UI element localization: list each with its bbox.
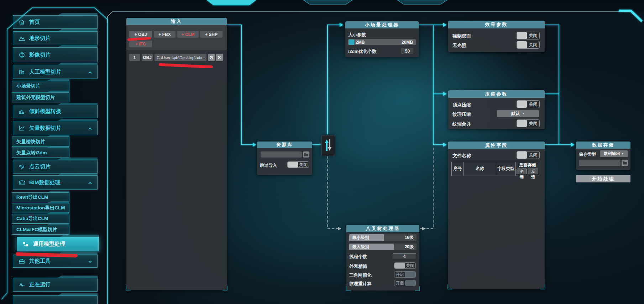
panel-title: 小场景处理器 xyxy=(345,21,419,28)
sidebar-item-label: CLM&IFC模型切片 xyxy=(16,226,57,233)
sidebar-item-label: Catia导出CLM xyxy=(16,215,48,222)
sidebar-item-building-shell-slice[interactable]: 建筑外壳模型切片 xyxy=(12,92,69,102)
invert-select-button[interactable]: 反选 xyxy=(528,169,538,174)
no-lighting-toggle[interactable]: 关闭 xyxy=(517,41,540,49)
min-level-label: 最小级别 xyxy=(352,235,369,241)
texture-compress-label: 纹理压缩 xyxy=(452,111,471,118)
add-clm-button[interactable]: + CLM xyxy=(177,31,199,38)
skip-import-toggle[interactable]: 关闭 xyxy=(287,161,309,168)
sidebar-item-label: 首页 xyxy=(29,19,40,26)
sidebar-item-home[interactable]: 首页 xyxy=(13,15,98,29)
mesh-simplify-toggle[interactable]: 开启 xyxy=(394,271,416,278)
chevron-down-icon[interactable] xyxy=(88,258,92,264)
toggle-knob xyxy=(517,41,527,48)
sidebar-item-label: 人工模型切片 xyxy=(29,69,61,75)
panel-title: 压缩参数 xyxy=(448,90,545,98)
sidebar-item-label: 其他工具 xyxy=(29,258,51,265)
add-fbx-button[interactable]: + FBX xyxy=(154,31,176,38)
item-tab-notch xyxy=(60,235,99,237)
sidebar-item-label: 倾斜模型转换 xyxy=(29,108,61,115)
sidebar-item-terrain-slice[interactable]: 地形切片 xyxy=(13,31,98,45)
range-thumb[interactable] xyxy=(349,39,354,45)
max-level-slider[interactable]: 最大级别 20级 xyxy=(349,244,417,250)
storage-type-label: 储存类型 xyxy=(579,151,596,158)
add-shp-button[interactable]: + SHP xyxy=(200,31,222,38)
size-param-label: 大小参数 xyxy=(348,32,366,38)
sidebar-item-running[interactable]: 正在运行 xyxy=(13,278,98,292)
sidebar-item-microstation-export-clm[interactable]: Microstation导出CLM xyxy=(12,203,69,213)
sidebar-item-label: 矢量点转i3dm xyxy=(16,150,47,156)
texture-merge-toggle[interactable]: 关闭 xyxy=(517,119,540,127)
attribute-table-header: 序号 名称 字段类型 是否存储 全选 反选 xyxy=(451,162,539,176)
force-double-side-toggle[interactable]: 关闭 xyxy=(517,32,540,39)
i3dm-optimize-label: i3dm优化个数 xyxy=(348,49,376,55)
sidebar-item-vector-point-i3dm[interactable]: 矢量点转i3dm xyxy=(12,148,69,158)
chevron-up-icon[interactable] xyxy=(88,125,92,131)
sidebar-item-manual-model-slice[interactable]: 人工模型切片 xyxy=(13,65,98,79)
toggle-state-label: 关闭 xyxy=(405,263,415,268)
sidebar-item-oblique-model-convert[interactable]: 倾斜模型转换 xyxy=(13,105,98,118)
folder-icon[interactable] xyxy=(622,160,628,166)
sort-exchange-node[interactable] xyxy=(321,135,335,156)
sidebar-item-general-model-processing[interactable]: 通用模型处理 xyxy=(17,237,99,251)
item-tab-notch xyxy=(57,63,98,65)
file-settings-gear-icon[interactable]: ⚙ xyxy=(208,54,215,61)
sidebar-item-catia-export-clm[interactable]: Catia导出CLM xyxy=(12,214,69,224)
compression-params-panel: 压缩参数 顶点压缩 关闭 纹理压缩 默认 ▼ 纹理合并 关闭 xyxy=(448,90,545,129)
file-row-index: 1 xyxy=(129,54,140,61)
add-ifc-button[interactable]: + IFC xyxy=(129,41,152,47)
texture-merge-label: 纹理合并 xyxy=(452,121,471,127)
slider-fill: 最小级别 xyxy=(349,234,384,241)
sidebar-item-bim-processing[interactable]: BIM数据处理 xyxy=(13,175,98,190)
file-remove-close-icon[interactable]: × xyxy=(216,54,223,61)
sidebar-item-label: 点云切片 xyxy=(29,163,51,170)
sidebar-item-clm-ifc-model-slice[interactable]: CLM&IFC模型切片 xyxy=(12,225,69,235)
file-row-path[interactable]: C:\Users\ph\Desktop\hdx... xyxy=(155,54,206,61)
toggle-knob xyxy=(405,280,415,286)
storage-path-input[interactable] xyxy=(579,160,621,166)
folder-icon[interactable] xyxy=(303,151,309,158)
thread-count-label: 线程个数 xyxy=(349,254,367,260)
chevron-up-icon[interactable] xyxy=(88,180,92,186)
thread-count-value[interactable]: 4 xyxy=(393,253,416,259)
resource-path-input[interactable] xyxy=(261,151,302,158)
sidebar-item-small-scene-slice[interactable]: 小场景切片 xyxy=(12,81,69,91)
sidebar-item-imagery-slice[interactable]: 影像切片 xyxy=(13,47,98,62)
item-tab-notch xyxy=(57,45,98,48)
toggle-state-label: 开启 xyxy=(394,280,405,286)
sidebar-item-label: Revit导出CLM xyxy=(16,194,48,201)
sidebar-item-partial[interactable] xyxy=(13,295,98,304)
item-tab-notch xyxy=(57,119,98,121)
chevron-up-icon[interactable] xyxy=(88,69,92,75)
file-row-type: OBJ xyxy=(142,54,153,61)
sidebar-item-revit-export-clm[interactable]: Revit导出CLM xyxy=(12,192,69,202)
data-storage-panel: 数据存储 储存类型 散列输出 ▼ xyxy=(576,142,630,170)
texture-recalc-label: 纹理重计算 xyxy=(349,281,372,287)
storage-type-dropdown[interactable]: 散列输出 ▼ xyxy=(600,150,628,157)
bim-bridge-icon xyxy=(18,180,25,185)
toggle-knob xyxy=(288,162,298,167)
toggle-state-label: 开启 xyxy=(394,272,405,277)
tilt-model-icon xyxy=(18,109,25,114)
toggle-state-label: 关闭 xyxy=(298,162,309,167)
toggle-state-label: 关闭 xyxy=(527,151,539,159)
shell-simplify-toggle[interactable]: 关闭 xyxy=(394,262,416,269)
sidebar-item-label: 地形切片 xyxy=(29,35,51,42)
vertex-compress-toggle[interactable]: 关闭 xyxy=(517,100,540,108)
sidebar-item-pointcloud-slice[interactable]: 点云切片 xyxy=(13,160,98,174)
sidebar-item-vector-data-slice[interactable]: 矢量数据切片 xyxy=(13,121,98,135)
panel-title: 数据存储 xyxy=(576,142,630,149)
select-all-button[interactable]: 全选 xyxy=(517,169,527,174)
sidebar-item-vector-block-slice[interactable]: 矢量楼块切片 xyxy=(12,137,69,147)
panel-title: 输入 xyxy=(126,18,227,25)
item-tab-notch xyxy=(57,293,98,296)
filename-toggle[interactable]: 关闭 xyxy=(517,151,540,159)
texture-compress-dropdown[interactable]: 默认 ▼ xyxy=(497,110,539,117)
i3dm-optimize-value[interactable]: 50 xyxy=(402,48,413,54)
size-range-slider[interactable]: 2MB 20MB xyxy=(348,39,416,45)
min-level-slider[interactable]: 最小级别 16级 xyxy=(349,234,417,241)
store-label: 是否存储 xyxy=(519,163,536,168)
caret-down-icon: ▼ xyxy=(522,112,525,115)
range-min-value: 2MB xyxy=(356,39,365,45)
texture-recalc-toggle[interactable]: 开启 xyxy=(394,280,416,286)
